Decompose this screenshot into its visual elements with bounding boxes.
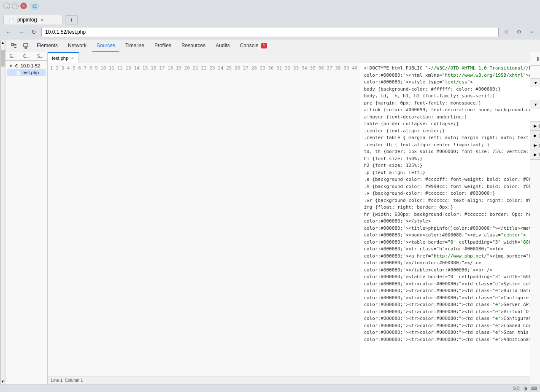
event-listener-arrow: ▶ xyxy=(534,143,537,148)
inspect-element-button[interactable] xyxy=(9,41,19,51)
address-bar[interactable] xyxy=(41,27,499,37)
keyboard-indicator: ⌨ xyxy=(531,386,537,391)
console-tab[interactable]: Console 1 xyxy=(236,40,271,52)
minimize-button[interactable]: _ xyxy=(3,3,10,9)
window-controls: _ □ ✕ xyxy=(3,3,27,9)
sources-tab-s2[interactable]: S... xyxy=(33,52,47,60)
resources-tab[interactable]: Resources xyxy=(177,40,210,52)
breakpoints-section: ▼ Breakpoints No Breakpoints xyxy=(530,100,540,122)
call-stack-arrow: ▼ xyxy=(534,81,537,85)
code-tab-label: test.php xyxy=(52,56,68,61)
tab-close-button[interactable]: ✕ xyxy=(40,18,44,22)
not-paused-status: Not Paused xyxy=(530,66,540,78)
ime-indicator: S英 xyxy=(513,386,520,392)
bookmark-button[interactable]: ☆ xyxy=(501,27,511,37)
pause-button[interactable]: ⏸ xyxy=(534,54,540,64)
breakpoints-content: No Breakpoints xyxy=(530,109,540,121)
call-stack-title[interactable]: ▼ Call Stack xyxy=(530,79,540,87)
title-bar: _ □ ✕ 🌐 xyxy=(0,0,540,12)
file-icon: 📄 xyxy=(16,70,21,75)
code-content[interactable]: <!DOCTYPE html PUBLIC "-//W3C//DTD XHTML… xyxy=(360,63,530,376)
code-tab-close-button[interactable]: ✕ xyxy=(71,56,74,60)
code-statusbar: Line 1, Column 1 xyxy=(48,376,530,384)
close-button[interactable]: ✕ xyxy=(20,3,27,9)
xhr-breakpoints-title[interactable]: ▶ XHR Breakpoints + xyxy=(530,131,540,141)
event-listener-breakpoints-section: ▶ Event Listener Breakpoints xyxy=(530,141,540,150)
tab-favicon: 📄 xyxy=(9,18,14,22)
call-stack-content: Not Paused xyxy=(530,87,540,100)
file-tree: ▼ ⏱ 10.0.1.52 📄 test.php xyxy=(5,61,47,384)
network-indicator: ◑ xyxy=(524,386,527,391)
profiles-tab[interactable]: Profiles xyxy=(150,40,176,52)
svg-rect-4 xyxy=(24,43,28,47)
tree-item-file[interactable]: 📄 test.php xyxy=(7,69,46,76)
line-numbers: 1 2 3 4 5 6 7 8 9 10 11 12 13 14 15 16 1… xyxy=(48,63,360,376)
scroll-thumb-v[interactable] xyxy=(1,50,5,67)
console-error-count: 1 xyxy=(261,43,267,48)
network-tab[interactable]: Network xyxy=(64,40,91,52)
xhr-arrow: ▶ xyxy=(534,134,537,138)
vertical-scrollbar[interactable]: ▲ ▼ xyxy=(0,40,5,384)
devtools-toolbar: Elements Network Sources Timeline Profil… xyxy=(5,40,540,52)
tab-bar: 📄 phpinfo() ✕ + xyxy=(0,12,540,24)
tree-root-label: 10.0.1.52 xyxy=(21,63,40,68)
timeline-tab[interactable]: Timeline xyxy=(121,40,148,52)
clock-icon: ⏱ xyxy=(15,64,19,68)
elements-tab[interactable]: Elements xyxy=(32,40,62,52)
maximize-button[interactable]: □ xyxy=(12,3,19,9)
nav-bar: ← → ↻ ☆ ⚙ ≡ xyxy=(0,24,540,40)
dom-breakpoints-section: ▶ DOM Breakpoints xyxy=(530,122,540,131)
devtools-panel: Elements Network Sources Timeline Profil… xyxy=(5,40,540,384)
not-paused-section: Not Paused xyxy=(530,66,540,79)
event-listeners-title[interactable]: ▶ Event Listeners ↺ xyxy=(530,150,540,159)
debug-panel: ⏸ ⟵ ↓ ↧ ⏹ Async Scope xyxy=(530,52,540,384)
event-listener-breakpoints-title[interactable]: ▶ Event Listener Breakpoints xyxy=(530,141,540,150)
extensions-button[interactable]: ⚙ xyxy=(514,27,524,37)
sources-panel: S... C... S... ▼ ⏱ 10.0.1.52 📄 test.php xyxy=(5,52,540,384)
sources-tabs: S... C... S... xyxy=(5,52,47,61)
code-tab-testphp[interactable]: test.php ✕ xyxy=(48,52,79,63)
browser-tab-phpinfo[interactable]: 📄 phpinfo() ✕ xyxy=(3,15,62,24)
call-stack-section: ▼ Call Stack Not Paused xyxy=(530,79,540,100)
new-tab-button[interactable]: + xyxy=(65,15,78,24)
xhr-breakpoints-section: ▶ XHR Breakpoints + xyxy=(530,131,540,141)
code-editor[interactable]: 1 2 3 4 5 6 7 8 9 10 11 12 13 14 15 16 1… xyxy=(48,63,530,376)
dom-breakpoints-title[interactable]: ▶ DOM Breakpoints xyxy=(530,122,540,130)
svg-rect-5 xyxy=(25,47,27,48)
browser-icon: 🌐 xyxy=(30,2,39,10)
settings-button[interactable]: ≡ xyxy=(526,27,537,37)
sources-sidebar: S... C... S... ▼ ⏱ 10.0.1.52 📄 test.php xyxy=(5,52,48,384)
tree-file-label: test.php xyxy=(22,70,39,75)
code-editor-area: test.php ✕ 1 2 3 4 5 6 7 8 9 10 11 12 13… xyxy=(48,52,530,384)
audits-tab[interactable]: Audits xyxy=(211,40,234,52)
tab-title: phpinfo() xyxy=(17,17,37,23)
back-button[interactable]: ← xyxy=(3,27,14,37)
main-content-area: PHP Version 5.5.31 php SystemLinux zengj… xyxy=(0,40,540,384)
tree-item-root[interactable]: ▼ ⏱ 10.0.1.52 xyxy=(7,62,46,69)
breakpoints-arrow: ▼ xyxy=(534,102,537,107)
bottom-bar: S英 ◑ ⌨ xyxy=(0,384,540,392)
cursor-position: Line 1, Column 1 xyxy=(51,378,83,383)
device-toolbar-button[interactable] xyxy=(21,41,31,51)
sources-tab-s1[interactable]: S... xyxy=(5,52,19,60)
reload-button[interactable]: ↻ xyxy=(29,27,39,37)
svg-rect-0 xyxy=(11,43,14,46)
event-listeners-section: ▶ Event Listeners ↺ xyxy=(530,150,540,160)
forward-button[interactable]: → xyxy=(16,27,26,37)
event-listeners-arrow: ▶ xyxy=(534,153,537,157)
debug-toolbar: ⏸ ⟵ ↓ ↧ ⏹ Async Scope xyxy=(530,52,540,66)
collapse-arrow: ▼ xyxy=(9,64,13,68)
sources-tab-c1[interactable]: C... xyxy=(19,52,33,60)
code-tabs: test.php ✕ xyxy=(48,52,530,63)
browser-window: _ □ ✕ 🌐 📄 phpinfo() ✕ + ← → ↻ ☆ ⚙ ≡ PHP xyxy=(0,0,540,392)
sources-tab[interactable]: Sources xyxy=(92,40,119,52)
dom-arrow: ▶ xyxy=(534,124,537,128)
breakpoints-title-bar[interactable]: ▼ Breakpoints xyxy=(530,100,540,109)
